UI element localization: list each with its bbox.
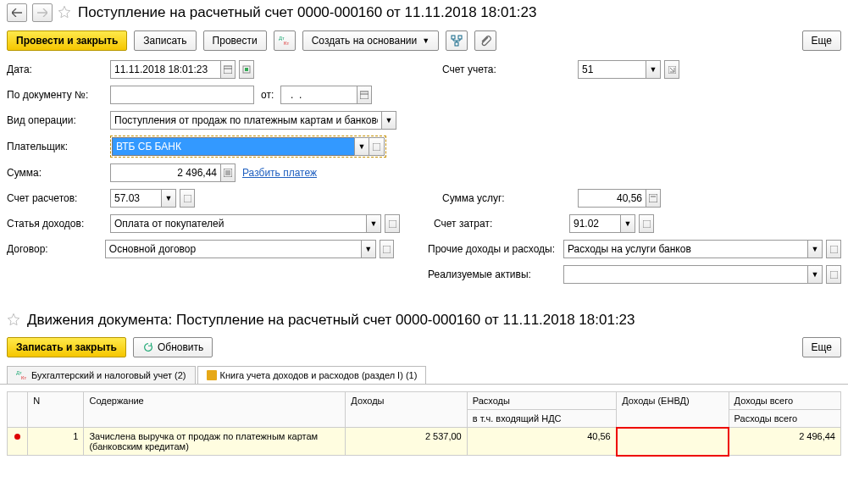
svg-rect-22 bbox=[383, 246, 391, 253]
movements-star-icon[interactable] bbox=[7, 313, 20, 329]
svg-rect-12 bbox=[373, 143, 380, 151]
service-calc-icon[interactable] bbox=[646, 189, 661, 208]
sum-calc-icon[interactable] bbox=[220, 163, 236, 182]
other-ext-button[interactable] bbox=[826, 240, 841, 258]
date-ext-button[interactable] bbox=[239, 60, 254, 79]
assets-input[interactable] bbox=[563, 265, 807, 284]
optype-input[interactable] bbox=[110, 111, 381, 130]
assets-dropdown-icon[interactable]: ▼ bbox=[807, 265, 823, 284]
income-ext-button[interactable] bbox=[385, 214, 400, 233]
create-based-button[interactable]: Создать на основании ▼ bbox=[302, 30, 439, 51]
col-income-total: Доходы всего bbox=[729, 392, 840, 410]
payer-input[interactable] bbox=[112, 137, 354, 156]
optype-dropdown-icon[interactable]: ▼ bbox=[381, 111, 396, 130]
svg-rect-4 bbox=[455, 42, 458, 46]
account-input[interactable] bbox=[578, 60, 646, 79]
create-based-label: Создать на основании bbox=[312, 35, 418, 47]
svg-rect-10 bbox=[360, 91, 369, 99]
settle-dropdown-icon[interactable]: ▼ bbox=[161, 189, 176, 208]
from-calendar-icon[interactable] bbox=[357, 86, 372, 104]
movements-more-button[interactable]: Еще bbox=[802, 337, 841, 357]
save-button[interactable]: Записать bbox=[134, 30, 196, 51]
optype-label: Вид операции: bbox=[7, 114, 110, 126]
dtkt-icon: ДтКт bbox=[16, 370, 28, 380]
post-button[interactable]: Провести bbox=[203, 30, 267, 51]
account-ext-button[interactable] bbox=[664, 60, 679, 79]
svg-rect-21 bbox=[643, 220, 651, 228]
attachment-button[interactable] bbox=[474, 30, 496, 51]
col-vat-incl: в т.ч. входящий НДС bbox=[467, 410, 617, 428]
page-title: Поступление на расчетный счет 0000-00016… bbox=[78, 4, 537, 21]
cell-income-envd bbox=[617, 428, 729, 456]
docnum-label: По документу №: bbox=[7, 89, 110, 101]
service-sum-label: Сумма услуг: bbox=[442, 192, 578, 204]
row-marker-icon bbox=[14, 434, 20, 440]
other-income-label: Прочие доходы и расходы: bbox=[428, 243, 563, 255]
svg-rect-20 bbox=[389, 220, 396, 228]
forward-button[interactable] bbox=[32, 3, 53, 22]
back-button[interactable] bbox=[7, 3, 27, 22]
book-icon bbox=[207, 370, 217, 380]
col-income-envd: Доходы (ЕНВД) bbox=[617, 392, 729, 428]
income-dropdown-icon[interactable]: ▼ bbox=[366, 214, 381, 233]
structure-button[interactable] bbox=[446, 30, 468, 51]
income-item-label: Статья доходов: bbox=[7, 218, 110, 230]
svg-rect-3 bbox=[458, 36, 462, 39]
favorite-star-icon[interactable] bbox=[58, 5, 71, 21]
expense-ext-button[interactable] bbox=[639, 214, 654, 233]
movements-table: N Содержание Доходы Расходы Доходы (ЕНВД… bbox=[7, 391, 841, 457]
other-income-input[interactable] bbox=[563, 240, 807, 258]
refresh-button[interactable]: Обновить bbox=[133, 337, 213, 357]
service-sum-input[interactable] bbox=[578, 189, 646, 208]
assets-label: Реализуемые активы: bbox=[428, 269, 563, 280]
sum-label: Сумма: bbox=[7, 167, 110, 179]
contract-input[interactable] bbox=[105, 240, 361, 258]
date-label: Дата: bbox=[7, 64, 110, 75]
svg-text:Кт: Кт bbox=[21, 375, 26, 380]
sum-input[interactable] bbox=[110, 163, 220, 182]
svg-text:Кт: Кт bbox=[284, 41, 289, 46]
tab-accounting[interactable]: ДтКт Бухгалтерский и налоговый учет (2) bbox=[7, 366, 196, 384]
more-button[interactable]: Еще bbox=[802, 30, 841, 51]
tab-income-book-label: Книга учета доходов и расходов (раздел I… bbox=[220, 370, 418, 380]
assets-ext-button[interactable] bbox=[826, 265, 841, 284]
svg-rect-8 bbox=[245, 68, 248, 71]
svg-rect-2 bbox=[452, 36, 455, 39]
expense-account-input[interactable] bbox=[569, 214, 620, 233]
chevron-down-icon: ▼ bbox=[422, 36, 430, 45]
movements-save-close-button[interactable]: Записать и закрыть bbox=[7, 337, 126, 357]
payer-ext-icon[interactable] bbox=[369, 137, 385, 156]
col-n: N bbox=[28, 392, 84, 428]
expense-account-label: Счет затрат: bbox=[434, 218, 569, 230]
account-dropdown-icon[interactable]: ▼ bbox=[646, 60, 661, 79]
cell-income-total: 2 496,44 bbox=[729, 428, 840, 456]
split-payment-link[interactable]: Разбить платеж bbox=[242, 167, 317, 179]
refresh-label: Обновить bbox=[158, 341, 203, 353]
contract-ext-button[interactable] bbox=[380, 240, 394, 258]
docnum-input[interactable] bbox=[110, 86, 254, 104]
col-income: Доходы bbox=[346, 392, 467, 428]
payer-label: Плательщик: bbox=[7, 141, 110, 152]
cell-n: 1 bbox=[28, 428, 84, 456]
date-input[interactable] bbox=[110, 60, 220, 79]
calendar-icon[interactable] bbox=[220, 60, 236, 79]
expense-dropdown-icon[interactable]: ▼ bbox=[620, 214, 635, 233]
contract-dropdown-icon[interactable]: ▼ bbox=[361, 240, 376, 258]
tab-accounting-label: Бухгалтерский и налоговый учет (2) bbox=[31, 370, 186, 380]
post-and-close-button[interactable]: Провести и закрыть bbox=[7, 30, 127, 51]
payer-highlight-box: ▼ bbox=[110, 136, 386, 158]
payer-dropdown-icon[interactable]: ▼ bbox=[354, 137, 369, 156]
svg-rect-17 bbox=[184, 195, 191, 202]
cell-content: Зачислена выручка от продаж по платежным… bbox=[84, 428, 346, 456]
from-date-input[interactable] bbox=[280, 86, 357, 104]
tab-income-book[interactable]: Книга учета доходов и расходов (раздел I… bbox=[197, 366, 427, 384]
settle-account-label: Счет расчетов: bbox=[7, 192, 110, 204]
income-item-input[interactable] bbox=[110, 214, 366, 233]
table-row[interactable]: 1 Зачислена выручка от продаж по платежн… bbox=[8, 428, 841, 456]
from-label: от: bbox=[261, 89, 274, 101]
settle-account-input[interactable] bbox=[110, 189, 161, 208]
settle-ext-button[interactable] bbox=[180, 189, 195, 208]
col-expenses-total: Расходы всего bbox=[729, 410, 840, 428]
dtkt-button[interactable]: ДтКт bbox=[274, 30, 296, 51]
other-dropdown-icon[interactable]: ▼ bbox=[807, 240, 823, 258]
